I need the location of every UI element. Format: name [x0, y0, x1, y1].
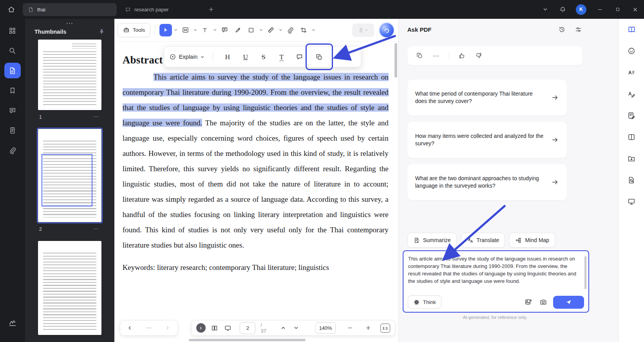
select-tool-dropdown[interactable] — [173, 24, 178, 37]
input-scrollbar-thumb[interactable] — [584, 256, 586, 289]
bookmarks-button[interactable] — [4, 83, 21, 98]
edit-text-button[interactable] — [626, 89, 637, 99]
tabs-dropdown-button[interactable] — [539, 0, 552, 19]
signature-button[interactable] — [4, 315, 21, 330]
copy-button[interactable] — [312, 50, 326, 64]
reactions-button[interactable] — [626, 46, 637, 56]
suggested-question-card[interactable]: What are the two dominant approaches to … — [407, 164, 567, 200]
translate-button[interactable]: Translate — [461, 233, 505, 248]
horizontal-scrollbar-thumb[interactable] — [189, 339, 306, 341]
page-organize-button[interactable] — [626, 132, 637, 142]
thumbnail-page-3[interactable] — [38, 241, 101, 335]
page-more-button[interactable]: ⋯ — [92, 224, 100, 233]
suggested-question-card[interactable]: How many items were collected and analyz… — [407, 122, 567, 158]
more-actions-button[interactable]: ⋯ — [145, 322, 153, 334]
page-layout-button[interactable] — [211, 322, 219, 334]
actual-size-button[interactable]: 1:1 — [380, 324, 390, 333]
crop-tool-button[interactable] — [297, 24, 310, 37]
ai-assistant-button[interactable] — [380, 23, 394, 37]
text-icon — [201, 27, 208, 34]
ocr-button[interactable] — [626, 175, 637, 185]
crop-tool-dropdown[interactable] — [311, 24, 316, 37]
sticky-note-button[interactable] — [292, 50, 307, 64]
page-number-input[interactable] — [240, 322, 255, 334]
page-more-button[interactable]: ⋯ — [92, 112, 100, 121]
zoom-in-button[interactable] — [364, 322, 372, 334]
highlight-button[interactable]: H — [220, 50, 235, 64]
text-tool-button[interactable] — [199, 24, 211, 37]
comments-button[interactable] — [4, 103, 21, 118]
pen-tool-button[interactable] — [232, 24, 244, 37]
text-tool-dropdown[interactable] — [212, 24, 217, 37]
maximize-button[interactable] — [609, 0, 626, 19]
explain-button[interactable]: Explain — [168, 53, 206, 60]
measure-tool-button[interactable] — [264, 24, 277, 37]
copy-response-button[interactable] — [415, 51, 424, 60]
vertical-scrollbar-thumb[interactable] — [394, 43, 397, 78]
thumbs-down-button[interactable] — [474, 51, 483, 60]
zoom-out-button[interactable] — [346, 322, 354, 334]
select-tool-button[interactable] — [159, 24, 172, 36]
search-button[interactable] — [4, 43, 21, 58]
strikethrough-button[interactable]: S — [256, 50, 271, 64]
pages-button[interactable] — [4, 123, 21, 138]
expand-bar-button[interactable] — [196, 323, 206, 333]
panel-drag-handle[interactable] — [25, 20, 114, 26]
mind-map-button[interactable]: Mind Map — [509, 233, 555, 248]
forward-button[interactable] — [163, 322, 172, 334]
markup-tool-dropdown[interactable] — [192, 24, 198, 37]
page-controls-bar: / 37 140% 1:1 — [191, 320, 395, 336]
markup-tool-button[interactable] — [179, 24, 192, 37]
pin-panel-button[interactable] — [98, 28, 106, 36]
add-image-button[interactable] — [523, 297, 534, 307]
plus-icon — [365, 325, 371, 331]
arrow-right-icon — [551, 136, 559, 144]
response-more-button[interactable]: ⋯ — [432, 51, 441, 60]
suggested-question-card[interactable]: What time period of contemporary Thai li… — [407, 80, 567, 116]
home-button[interactable] — [0, 0, 23, 19]
chat-history-button[interactable] — [556, 24, 568, 35]
previous-page-button[interactable] — [279, 322, 287, 334]
thumbnail-page-2-selected[interactable]: 2 ⋯ — [38, 129, 101, 235]
back-button[interactable] — [125, 322, 134, 334]
tab-research-paper[interactable]: research paper — [120, 3, 203, 16]
close-button[interactable] — [626, 0, 644, 19]
think-mode-button[interactable]: Think — [408, 295, 441, 309]
thumbnails-panel-button[interactable] — [4, 63, 21, 78]
chat-input-text[interactable]: This article aims to survey the study of… — [408, 255, 580, 293]
tab-thai[interactable]: thai — [23, 3, 117, 16]
comment-tool-button[interactable] — [218, 24, 231, 37]
squiggly-button[interactable]: T — [274, 50, 289, 64]
translate-label: Translate — [477, 237, 499, 243]
zoom-level-control[interactable]: 140% — [315, 322, 336, 334]
avatar[interactable]: K — [576, 4, 586, 15]
shape-tool-button[interactable] — [245, 24, 257, 37]
tools-button[interactable]: Tools — [118, 23, 151, 37]
notifications-button[interactable] — [556, 0, 569, 19]
reader-mode-button[interactable] — [626, 24, 637, 34]
main-row: Thumbnails 1 ⋯ 2 ⋯ — [0, 19, 644, 342]
thumbnail-page-1[interactable]: 1 ⋯ — [38, 40, 101, 123]
apps-grid-button[interactable] — [4, 23, 21, 38]
new-tab-button[interactable] — [204, 3, 218, 16]
summarize-button[interactable]: Summarize — [407, 233, 457, 248]
measure-tool-dropdown[interactable] — [278, 24, 283, 37]
plus-icon — [208, 6, 214, 13]
export-button[interactable] — [626, 154, 637, 164]
chat-settings-button[interactable] — [572, 24, 584, 35]
stamp-tool-button-disabled[interactable] — [352, 24, 374, 37]
ai-writer-button[interactable] — [626, 110, 637, 121]
screenshot-button[interactable] — [538, 297, 548, 307]
underline-button[interactable]: U — [238, 50, 253, 64]
present-share-button[interactable] — [626, 197, 637, 207]
shape-tool-dropdown[interactable] — [258, 24, 264, 37]
next-page-button[interactable] — [292, 322, 300, 334]
presentation-mode-button[interactable] — [224, 322, 232, 334]
read-aloud-button[interactable] — [626, 67, 637, 78]
minimize-button[interactable] — [591, 0, 609, 19]
attachments-button[interactable] — [4, 143, 21, 158]
send-button[interactable] — [553, 296, 584, 309]
chat-input-box: This article aims to survey the study of… — [403, 250, 589, 313]
attach-tool-button[interactable] — [284, 24, 297, 37]
thumbs-up-button[interactable] — [458, 51, 466, 60]
